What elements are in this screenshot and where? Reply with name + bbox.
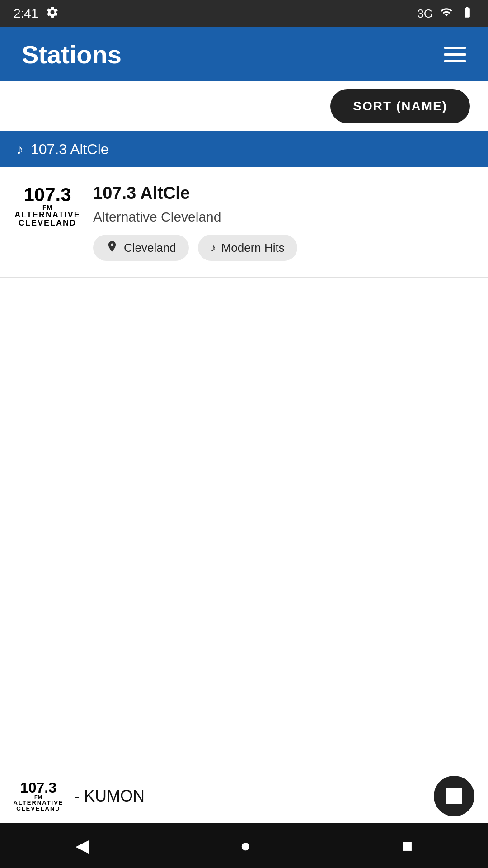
sort-bar: SORT (NAME) [0,81,488,131]
location-icon [106,240,118,255]
logo-fm: FM [42,204,52,211]
logo-alternative: ALTERNATIVE [14,211,80,219]
location-tag-label: Cleveland [124,241,176,255]
menu-button[interactable] [444,47,466,62]
hamburger-line-1 [444,47,466,49]
status-right: 3G [417,6,474,22]
station-name: 107.3 AltCle [93,184,470,203]
back-button[interactable]: ◀ [75,835,89,856]
status-time: 2:41 [14,6,38,21]
location-tag[interactable]: Cleveland [93,235,189,261]
footer-logo-clv: CLEVELAND [16,806,60,811]
page-title: Stations [22,40,122,69]
home-icon: ● [240,835,251,856]
app-header: Stations [0,27,488,81]
footer-logo-box: 107.3 FM ALTERNATIVE CLEVELAND [16,778,61,814]
signal-icon [440,6,453,22]
hamburger-line-3 [444,60,466,62]
bottom-nav: ◀ ● ■ [0,823,488,868]
station-card[interactable]: 107.3 FM ALTERNATIVE CLEVELAND 107.3 Alt… [0,167,488,278]
music-tag-icon: ♪ [211,241,216,254]
station-tags: Cleveland ♪ Modern Hits [93,235,470,261]
sort-button[interactable]: SORT (NAME) [330,89,470,123]
battery-icon [460,6,474,22]
genre-tag-label: Modern Hits [221,241,285,255]
now-playing-banner[interactable]: ♪ 107.3 AltCle [0,131,488,167]
station-logo: 107.3 FM ALTERNATIVE CLEVELAND [18,184,77,229]
logo-frequency: 107.3 [23,185,71,204]
recent-button[interactable]: ■ [402,835,413,856]
hamburger-line-2 [444,53,466,56]
network-label: 3G [417,7,433,21]
footer-logo: 107.3 FM ALTERNATIVE CLEVELAND [14,776,63,816]
genre-tag[interactable]: ♪ Modern Hits [198,235,297,261]
station-description: Alternative Cleveland [93,209,470,225]
logo-box: 107.3 FM ALTERNATIVE CLEVELAND [18,184,77,229]
footer-track-text: - KUMON [74,787,423,806]
music-note-icon: ♪ [16,141,23,158]
now-playing-station: 107.3 AltCle [31,141,109,158]
home-button[interactable]: ● [240,835,251,856]
gear-icon [46,5,59,22]
recent-icon: ■ [402,835,413,856]
stop-icon [446,788,462,804]
footer-logo-freq: 107.3 [20,780,56,795]
status-bar: 2:41 3G [0,0,488,27]
back-icon: ◀ [75,835,89,856]
station-info: 107.3 AltCle Alternative Cleveland Cleve… [93,184,470,261]
now-playing-footer: 107.3 FM ALTERNATIVE CLEVELAND - KUMON [0,769,488,823]
station-list: 107.3 FM ALTERNATIVE CLEVELAND 107.3 Alt… [0,167,488,278]
logo-cleveland: CLEVELAND [19,219,76,227]
status-left: 2:41 [14,5,59,22]
stop-button[interactable] [434,776,474,816]
